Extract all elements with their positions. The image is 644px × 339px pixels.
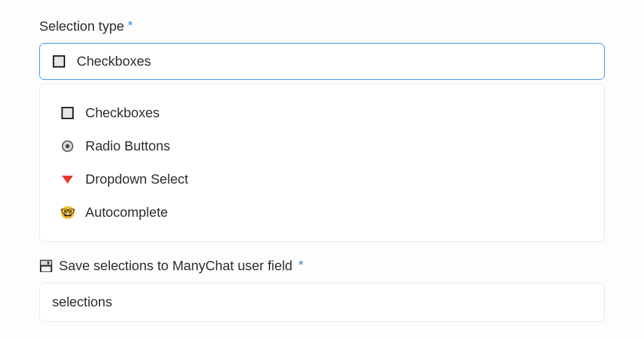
required-asterisk: *	[298, 259, 303, 271]
option-radio-buttons[interactable]: Radio Buttons	[40, 130, 604, 163]
svg-rect-6	[47, 262, 49, 265]
svg-rect-0	[53, 56, 64, 67]
svg-point-3	[66, 144, 69, 148]
selection-type-label-text: Selection type	[39, 18, 124, 34]
required-asterisk: *	[128, 19, 133, 31]
save-field-input[interactable]	[39, 282, 605, 322]
save-field-label: Save selections to ManyChat user field *	[39, 258, 605, 274]
selection-type-selected-text: Checkboxes	[77, 53, 151, 69]
option-label: Autocomplete	[85, 205, 168, 220]
dropdown-icon	[61, 173, 74, 186]
save-icon	[39, 259, 53, 273]
option-dropdown-select[interactable]: Dropdown Select	[40, 163, 604, 196]
selection-type-select[interactable]: Checkboxes	[39, 43, 605, 80]
selection-type-label: Selection type *	[39, 18, 605, 34]
autocomplete-icon: 🤓	[61, 206, 74, 219]
checkbox-icon	[52, 55, 66, 68]
svg-rect-7	[42, 267, 51, 271]
option-label: Dropdown Select	[85, 171, 188, 187]
radio-icon	[61, 139, 74, 153]
option-label: Checkboxes	[85, 105, 160, 121]
svg-rect-1	[62, 107, 73, 119]
svg-rect-5	[41, 261, 52, 265]
checkbox-icon	[61, 106, 74, 120]
option-checkboxes[interactable]: Checkboxes	[40, 96, 604, 130]
option-autocomplete[interactable]: 🤓 Autocomplete	[40, 196, 604, 229]
save-field-label-text: Save selections to ManyChat user field	[59, 258, 292, 274]
option-label: Radio Buttons	[85, 138, 170, 154]
selection-type-dropdown: Checkboxes Radio Buttons Dropdown Select…	[39, 84, 605, 242]
